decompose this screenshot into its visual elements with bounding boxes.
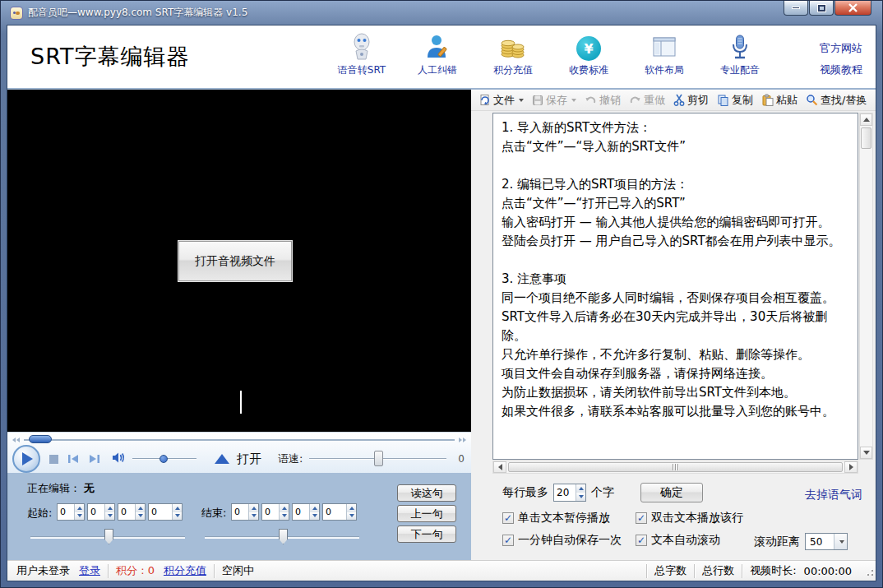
end-spinner-minutes[interactable]: 0 — [261, 503, 289, 521]
stop-button[interactable] — [49, 455, 58, 464]
recharge-link[interactable]: 积分充值 — [162, 563, 214, 578]
paste-button[interactable]: 粘贴 — [757, 91, 802, 109]
start-time-slider[interactable] — [30, 529, 185, 545]
horizontal-scroll-thumb[interactable] — [508, 462, 843, 472]
checkbox-autoscroll[interactable]: ✓ 文本自动滚动 — [636, 533, 720, 548]
spin-down-icon[interactable] — [280, 512, 289, 521]
seek-bar[interactable] — [11, 434, 468, 445]
right-panel: 文件 保存 — [471, 90, 876, 560]
scroll-up-button[interactable] — [860, 113, 872, 126]
read-sentence-button[interactable]: 读这句 — [397, 484, 456, 502]
slider-thumb[interactable] — [279, 529, 288, 544]
nav-item-layout[interactable]: 软件布局 — [637, 31, 691, 77]
cut-icon — [673, 94, 685, 106]
user-status: 用户未登录 — [9, 563, 77, 578]
checkbox-pause-on-click[interactable]: ✓ 单击文本暂停播放 — [502, 511, 610, 525]
close-button[interactable] — [834, 1, 871, 16]
play-button[interactable] — [12, 445, 40, 473]
copy-button[interactable]: 复制 — [713, 91, 757, 109]
next-button[interactable] — [88, 453, 101, 465]
end-spinner-seconds[interactable]: 0 — [292, 503, 320, 521]
previous-button[interactable] — [67, 453, 80, 465]
nav-item-pricing[interactable]: ¥ 收费标准 — [562, 31, 616, 77]
spin-down-icon[interactable] — [347, 512, 356, 521]
spin-down-icon[interactable] — [136, 512, 145, 521]
remove-filler-words-link[interactable]: 去掉语气词 — [805, 488, 862, 502]
checkbox-play-on-double-click[interactable]: ✓ 双击文本播放该行 — [636, 511, 743, 525]
scroll-left-button[interactable] — [493, 461, 506, 473]
spin-up-icon[interactable] — [347, 504, 356, 512]
spin-up-icon[interactable] — [576, 484, 585, 493]
now-editing-value: 无 — [84, 482, 95, 494]
seek-track[interactable] — [24, 439, 455, 441]
eject-button[interactable] — [215, 454, 229, 464]
vertical-scrollbar[interactable] — [859, 113, 873, 460]
official-site-link[interactable]: 官方网站 — [820, 38, 862, 59]
scroll-distance-select[interactable]: 50 — [805, 533, 848, 550]
minimize-button[interactable] — [784, 1, 808, 16]
video-tutorial-link[interactable]: 视频教程 — [820, 59, 862, 81]
start-spinner-minutes[interactable]: 0 — [87, 503, 115, 521]
horizontal-scrollbar[interactable] — [492, 461, 858, 474]
volume-icon[interactable] — [111, 451, 127, 468]
end-time-slider[interactable] — [205, 529, 359, 545]
file-menu-button[interactable]: 文件 — [474, 91, 528, 109]
arrow-up-icon — [863, 118, 870, 122]
nav-item-voice-to-srt[interactable]: 语音转SRT — [335, 31, 389, 77]
slider-thumb[interactable] — [104, 529, 113, 544]
spin-up-icon[interactable] — [75, 504, 84, 512]
seek-thumb[interactable] — [29, 435, 52, 443]
start-spinner-hours[interactable]: 0 — [57, 503, 85, 521]
nav-item-professional-dubbing[interactable]: 专业配音 — [713, 31, 767, 77]
spin-down-icon[interactable] — [75, 512, 84, 521]
spin-up-icon[interactable] — [136, 504, 145, 512]
speed-slider[interactable] — [309, 450, 446, 468]
spin-down-icon[interactable] — [249, 512, 258, 521]
dropdown-button[interactable] — [834, 534, 847, 549]
spinner-value: 0 — [232, 504, 248, 520]
spinner-value: 0 — [88, 504, 104, 520]
scroll-down-button[interactable] — [860, 447, 872, 459]
checkbox-autosave[interactable]: ✓ 一分钟自动保存一次 — [502, 533, 622, 548]
save-button[interactable]: 保存 — [528, 91, 580, 109]
speed-thumb[interactable] — [374, 451, 383, 466]
next-sentence-button[interactable]: 下一句 — [397, 525, 456, 543]
volume-slider[interactable] — [132, 453, 196, 465]
per-line-spinner[interactable]: 20 — [553, 484, 586, 502]
open-media-file-button[interactable]: 打开音视频文件 — [178, 241, 292, 281]
redo-button[interactable]: 重做 — [625, 91, 669, 109]
nav-item-recharge[interactable]: 积分充值 — [486, 31, 540, 77]
resize-grip[interactable] — [862, 565, 874, 576]
open-file-label[interactable]: 打开 — [237, 451, 261, 467]
spin-down-icon[interactable] — [576, 493, 585, 501]
end-spinner-millis[interactable]: 0 — [322, 503, 357, 521]
maximize-button[interactable] — [809, 1, 834, 16]
spin-up-icon[interactable] — [173, 504, 182, 512]
undo-button[interactable]: 撤销 — [580, 91, 625, 109]
previous-sentence-button[interactable]: 上一句 — [397, 505, 456, 522]
spin-down-icon[interactable] — [105, 512, 114, 521]
cut-button[interactable]: 剪切 — [669, 91, 713, 109]
confirm-button[interactable]: 确定 — [640, 483, 703, 502]
nav-item-manual-correction[interactable]: 人工纠错 — [410, 31, 465, 77]
start-spinner-seconds[interactable]: 0 — [118, 503, 146, 521]
find-replace-button[interactable]: 查找/替换 — [802, 91, 871, 109]
spin-up-icon[interactable] — [105, 504, 114, 512]
spin-up-icon[interactable] — [249, 504, 258, 512]
volume-thumb[interactable] — [159, 455, 168, 463]
vertical-scroll-thumb[interactable] — [861, 127, 871, 149]
spin-up-icon[interactable] — [310, 504, 319, 512]
start-spinner-millis[interactable]: 0 — [148, 503, 183, 521]
spin-down-icon[interactable] — [310, 512, 319, 521]
title-bar[interactable]: 配音员吧—www.pyy8.com SRT字幕编辑器 v1.5 — [7, 1, 876, 25]
spin-up-icon[interactable] — [280, 504, 289, 512]
end-spinner-hours[interactable]: 0 — [231, 503, 259, 521]
login-link[interactable]: 登录 — [77, 563, 108, 578]
scroll-right-button[interactable] — [844, 461, 858, 473]
video-area[interactable]: 打开音视频文件 — [7, 90, 471, 432]
checkbox-icon: ✓ — [502, 512, 514, 524]
app-window: 配音员吧—www.pyy8.com SRT字幕编辑器 v1.5 SRT字幕编辑器 — [0, 0, 883, 588]
previous-icon — [67, 453, 80, 465]
spin-down-icon[interactable] — [173, 512, 182, 521]
subtitle-text-area[interactable]: 1. 导入新的SRT文件方法： 点击“文件”—“导入新的SRT文件” 2. 编辑… — [492, 113, 858, 460]
